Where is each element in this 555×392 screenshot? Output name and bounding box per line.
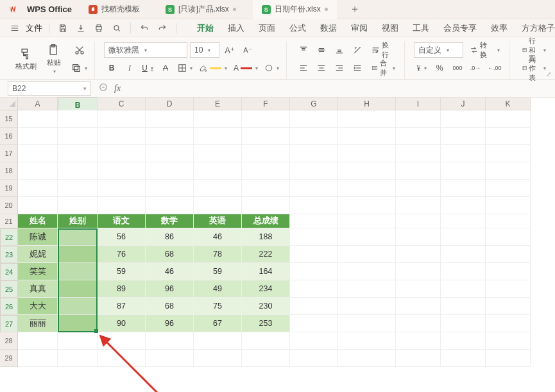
cell-E15[interactable] (194, 110, 242, 128)
ribbon-tab-ffgz[interactable]: 方方格子 (522, 20, 555, 37)
decrease-font-icon[interactable]: A⁻ (240, 42, 255, 58)
spreadsheet-grid[interactable]: ABCDEFGHIJK 1516171819202122232425262728… (0, 98, 555, 392)
cell-K19[interactable] (486, 180, 531, 197)
cell-I29[interactable] (396, 350, 441, 367)
cell-J24[interactable] (441, 263, 486, 280)
cell-F19[interactable] (242, 180, 290, 197)
row-header-17[interactable]: 17 (0, 145, 18, 162)
cell-F26[interactable]: 230 (242, 298, 290, 315)
cell-K17[interactable] (486, 145, 531, 162)
currency-icon[interactable]: ¥ (414, 60, 429, 76)
cell-I17[interactable] (396, 145, 441, 162)
align-center-icon[interactable] (314, 60, 329, 76)
tab-template-store[interactable]: 找稻壳模板 (80, 0, 149, 19)
cell-J29[interactable] (441, 350, 486, 367)
cell-J19[interactable] (441, 180, 486, 197)
ribbon-tab-tools[interactable]: 工具 (413, 20, 429, 37)
cell-B25[interactable] (58, 280, 98, 298)
cell-B29[interactable] (58, 350, 98, 367)
cell-B15[interactable] (58, 110, 98, 128)
select-all-corner[interactable] (0, 98, 18, 110)
cell-A24[interactable]: 笑笑 (18, 263, 58, 280)
cell-A15[interactable] (18, 110, 58, 128)
cell-C27[interactable]: 90 (98, 315, 146, 332)
cell-B23[interactable] (58, 246, 98, 263)
cell-style-button[interactable] (262, 60, 281, 76)
cell-D16[interactable] (146, 128, 194, 145)
print-preview-icon[interactable] (110, 21, 124, 35)
cancel-icon[interactable] (99, 83, 108, 94)
paste-button[interactable]: 粘贴 (41, 41, 67, 77)
col-header-I[interactable]: I (396, 98, 441, 110)
col-header-K[interactable]: K (486, 98, 531, 110)
cell-J25[interactable] (441, 280, 486, 298)
cell-B24[interactable] (58, 263, 98, 280)
cell-I23[interactable] (396, 246, 441, 263)
col-header-C[interactable]: C (98, 98, 146, 110)
file-menu[interactable]: 文件 (26, 22, 42, 34)
cell-E27[interactable]: 67 (194, 315, 242, 332)
cell-E16[interactable] (194, 128, 242, 145)
cell-E18[interactable] (194, 162, 242, 180)
convert-button[interactable]: 转换 (466, 42, 504, 58)
row-header-15[interactable]: 15 (0, 110, 18, 128)
row-header-28[interactable]: 28 (0, 332, 18, 350)
undo-icon[interactable] (137, 21, 151, 35)
cell-F21[interactable]: 总成绩 (242, 214, 290, 228)
cell-G29[interactable] (290, 350, 338, 367)
align-top-icon[interactable] (296, 42, 311, 58)
align-left-icon[interactable] (296, 60, 311, 76)
row-header-16[interactable]: 16 (0, 128, 18, 145)
cell-A23[interactable]: 妮妮 (18, 246, 58, 263)
cell-D22[interactable]: 86 (146, 228, 194, 246)
col-header-E[interactable]: E (194, 98, 242, 110)
fx-icon[interactable]: fx (114, 83, 121, 94)
decrease-decimal-icon[interactable]: .0→ (468, 60, 483, 76)
strike-button[interactable]: A (158, 60, 173, 76)
cell-C18[interactable] (98, 162, 146, 180)
cell-B18[interactable] (58, 162, 98, 180)
cell-G17[interactable] (290, 145, 338, 162)
cell-I28[interactable] (396, 332, 441, 350)
cell-B26[interactable] (58, 298, 98, 315)
font-color-button[interactable]: A (232, 60, 260, 76)
cell-C15[interactable] (98, 110, 146, 128)
ribbon-tab-formula[interactable]: 公式 (289, 20, 306, 37)
cell-K18[interactable] (486, 162, 531, 180)
ribbon-tab-view[interactable]: 视图 (382, 20, 398, 37)
cell-G15[interactable] (290, 110, 338, 128)
cell-E23[interactable]: 78 (194, 246, 242, 263)
underline-button[interactable]: U (140, 60, 155, 76)
cell-A20[interactable] (18, 197, 58, 214)
cell-J16[interactable] (441, 128, 486, 145)
cell-C25[interactable]: 89 (98, 280, 146, 298)
format-painter-button[interactable]: 格式刷 (13, 41, 38, 77)
cell-G19[interactable] (290, 180, 338, 197)
cell-F20[interactable] (242, 197, 290, 214)
ribbon-expand-icon[interactable]: ⤢ (546, 71, 551, 78)
cell-E21[interactable]: 英语 (194, 214, 242, 228)
cell-H25[interactable] (338, 280, 396, 298)
cell-C22[interactable]: 56 (98, 228, 146, 246)
row-header-22[interactable]: 22 (0, 228, 18, 246)
cell-K21[interactable] (486, 214, 531, 228)
align-middle-icon[interactable] (314, 42, 329, 58)
cell-E24[interactable]: 59 (194, 263, 242, 280)
cell-I15[interactable] (396, 110, 441, 128)
cell-J22[interactable] (441, 228, 486, 246)
cell-D28[interactable] (146, 332, 194, 350)
cell-G27[interactable] (290, 315, 338, 332)
increase-font-icon[interactable]: A⁺ (222, 42, 237, 58)
row-header-26[interactable]: 26 (0, 298, 18, 315)
cell-E25[interactable]: 49 (194, 280, 242, 298)
cell-K28[interactable] (486, 332, 531, 350)
cut-icon[interactable] (69, 42, 89, 58)
cell-G21[interactable] (290, 214, 338, 228)
cell-H28[interactable] (338, 332, 396, 350)
cell-K26[interactable] (486, 298, 531, 315)
cell-I19[interactable] (396, 180, 441, 197)
cell-I22[interactable] (396, 228, 441, 246)
cell-C28[interactable] (98, 332, 146, 350)
cell-K27[interactable] (486, 315, 531, 332)
col-header-H[interactable]: H (338, 98, 396, 110)
